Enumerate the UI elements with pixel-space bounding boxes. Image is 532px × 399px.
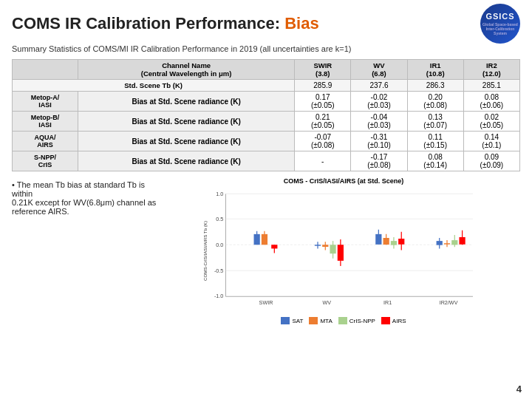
col-header-ir1: IR1(10.8) bbox=[407, 60, 463, 80]
chart-legend: SAT MTA CrIS-NPP AIRS bbox=[281, 317, 406, 324]
legend-airs-label: AIRS bbox=[392, 318, 406, 324]
val-metopa-wv: -0.02(±0.03) bbox=[351, 92, 407, 112]
col-header-wv: WV(6.8) bbox=[351, 60, 407, 80]
table-section: Channel Name(Central Wavelength in μm) S… bbox=[12, 59, 520, 171]
legend-mta: MTA bbox=[309, 317, 332, 324]
val-aqua-swir: -0.07(±0.08) bbox=[295, 132, 351, 151]
chart-title: COMS - CrIS/IASI/AIRS (at Std. Scene) bbox=[284, 177, 404, 185]
val-metopb-wv: -0.04(±0.03) bbox=[351, 112, 407, 132]
page-number: 4 bbox=[516, 383, 522, 395]
svg-text:-0.5: -0.5 bbox=[214, 267, 223, 274]
col-header-name: Channel Name(Central Wavelength in μm) bbox=[78, 60, 295, 80]
bullet-line1: • The mean Tb bias at standard Tb is wit… bbox=[12, 180, 145, 198]
std-swir: 285.9 bbox=[295, 80, 351, 92]
val-aqua-wv: -0.31(±0.10) bbox=[351, 132, 407, 151]
col-header-swir: SWIR(3.8) bbox=[295, 60, 351, 80]
svg-text:0.0: 0.0 bbox=[216, 242, 223, 248]
instrument-aqua: AQUA/AIRS bbox=[13, 132, 78, 151]
table-row: S-NPP/CrIS Bias at Std. Scene radiance (… bbox=[13, 151, 520, 171]
logo-circle: GSICS Global Space-basedInter-Calibratio… bbox=[480, 4, 520, 44]
bias-label-snpp: Bias at Std. Scene radiance (K) bbox=[78, 151, 295, 171]
instrument-metopa: Metop-A/IASI bbox=[13, 92, 78, 112]
instrument-metopb: Metop-B/IASI bbox=[13, 112, 78, 132]
legend-sat: SAT bbox=[281, 317, 303, 324]
val-aqua-ir2: 0.14(±0.1) bbox=[463, 132, 519, 151]
std-ir2: 285.1 bbox=[463, 80, 519, 92]
val-snpp-ir1: 0.08(±0.14) bbox=[407, 151, 463, 171]
header: COMS IR Calibration Performance: Bias GS… bbox=[12, 7, 520, 40]
text-section: • The mean Tb bias at standard Tb is wit… bbox=[12, 177, 160, 324]
legend-cris-color bbox=[338, 317, 347, 324]
subtitle: Summary Statistics of COMS/MI IR Calibra… bbox=[12, 44, 520, 53]
std-ir1: 286.3 bbox=[407, 80, 463, 92]
bias-label-aqua: Bias at Std. Scene radiance (K) bbox=[78, 132, 295, 151]
y-axis-label: COMS-CrIS/IASI/AIRS Tb (K) bbox=[202, 221, 208, 281]
legend-mta-color bbox=[309, 317, 318, 324]
instrument-snpp: S-NPP/CrIS bbox=[13, 151, 78, 171]
val-metopb-ir1: 0.13(±0.07) bbox=[407, 112, 463, 132]
legend-airs-color bbox=[381, 317, 390, 324]
val-snpp-ir2: 0.09(±0.09) bbox=[463, 151, 519, 171]
svg-text:WV: WV bbox=[323, 299, 332, 306]
svg-text:IR1: IR1 bbox=[383, 299, 392, 306]
content-area: • The mean Tb bias at standard Tb is wit… bbox=[12, 177, 520, 324]
svg-text:1.0: 1.0 bbox=[216, 191, 223, 197]
page: COMS IR Calibration Performance: Bias GS… bbox=[0, 0, 532, 399]
legend-mta-label: MTA bbox=[320, 318, 332, 324]
title-plain: COMS IR Calibration Performance: bbox=[12, 14, 284, 33]
val-metopb-ir2: 0.02(±0.05) bbox=[463, 112, 519, 132]
val-metopa-ir2: 0.08(±0.06) bbox=[463, 92, 519, 112]
val-metopa-swir: 0.17(±0.05) bbox=[295, 92, 351, 112]
table-row: Metop-A/IASI Bias at Std. Scene radiance… bbox=[13, 92, 520, 112]
val-metopa-ir1: 0.20(±0.08) bbox=[407, 92, 463, 112]
col-header-instrument bbox=[13, 60, 78, 80]
col-header-ir2: IR2(12.0) bbox=[463, 60, 519, 80]
bullet-text: • The mean Tb bias at standard Tb is wit… bbox=[12, 180, 160, 216]
legend-cris: CrIS-NPP bbox=[338, 317, 375, 324]
table-row: AQUA/AIRS Bias at Std. Scene radiance (K… bbox=[13, 132, 520, 151]
bullet-point: • The mean Tb bias at standard Tb is wit… bbox=[12, 180, 160, 216]
val-snpp-swir: - bbox=[295, 151, 351, 171]
legend-airs: AIRS bbox=[381, 317, 406, 324]
val-metopb-swir: 0.21(±0.05) bbox=[295, 112, 351, 132]
std-wv: 237.6 bbox=[351, 80, 407, 92]
legend-sat-label: SAT bbox=[292, 318, 303, 324]
svg-text:0.5: 0.5 bbox=[216, 216, 223, 222]
table-row: Metop-B/IASI Bias at Std. Scene radiance… bbox=[13, 112, 520, 132]
stats-table: Channel Name(Central Wavelength in μm) S… bbox=[12, 59, 520, 171]
logo-text: GSICS Global Space-basedInter-Calibratio… bbox=[480, 12, 520, 35]
page-title: COMS IR Calibration Performance: Bias bbox=[12, 14, 319, 33]
legend-cris-label: CrIS-NPP bbox=[349, 318, 375, 324]
bias-label-metopb: Bias at Std. Scene radiance (K) bbox=[78, 112, 295, 132]
svg-text:IR2/WV: IR2/WV bbox=[440, 299, 458, 306]
svg-text:-1.0: -1.0 bbox=[214, 293, 223, 299]
val-aqua-ir1: 0.11(±0.15) bbox=[407, 132, 463, 151]
bullet-line2: 0.21K except for WV(6.8μm) channel as bbox=[12, 198, 156, 207]
title-bias: Bias bbox=[284, 14, 318, 33]
legend-sat-color bbox=[281, 317, 290, 324]
chart-section: COMS - CrIS/IASI/AIRS (at Std. Scene) CO… bbox=[167, 177, 520, 324]
val-snpp-wv: -0.17(±0.08) bbox=[351, 151, 407, 171]
std-label: Std. Scene Tb (K) bbox=[13, 80, 295, 92]
logo-area: GSICS Global Space-basedInter-Calibratio… bbox=[468, 7, 520, 40]
bias-label-metopa: Bias at Std. Scene radiance (K) bbox=[78, 92, 295, 112]
bullet-line3: reference AIRS. bbox=[12, 207, 69, 216]
chart-svg: COMS-CrIS/IASI/AIRS Tb (K) 1.0 0.5 0.0 -… bbox=[167, 186, 520, 316]
chart-container: COMS-CrIS/IASI/AIRS Tb (K) 1.0 0.5 0.0 -… bbox=[167, 186, 520, 316]
svg-text:SWIR: SWIR bbox=[259, 299, 273, 306]
std-scene-row: Std. Scene Tb (K) 285.9 237.6 286.3 285.… bbox=[13, 80, 520, 92]
